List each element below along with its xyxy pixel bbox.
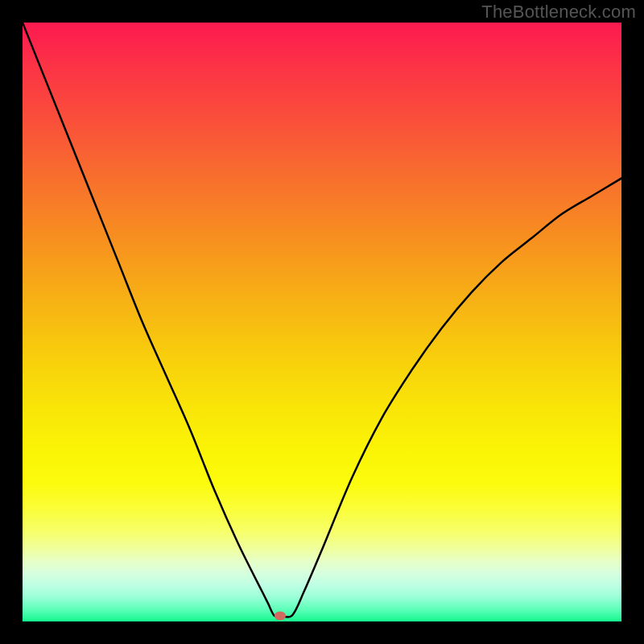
plot-area: [23, 23, 621, 621]
bottleneck-curve: [23, 23, 621, 617]
optimum-marker: [275, 611, 286, 620]
curve-layer: [23, 23, 621, 621]
chart-frame: TheBottleneck.com: [0, 0, 644, 644]
watermark-text: TheBottleneck.com: [481, 2, 636, 23]
